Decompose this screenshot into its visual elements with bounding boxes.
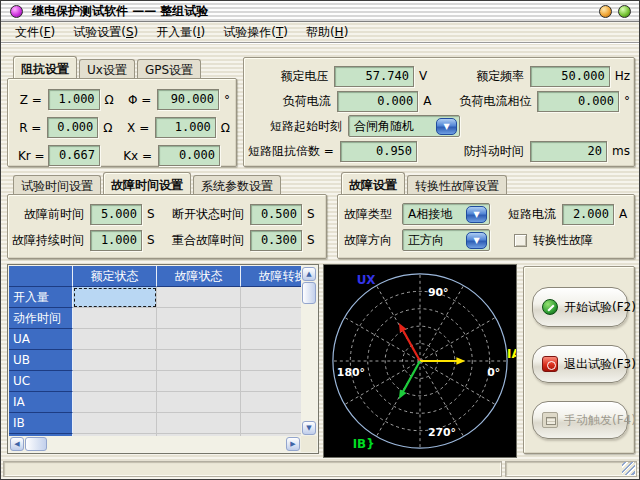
fault-direction-select[interactable]: 正方向 ▼ bbox=[402, 229, 490, 251]
fault-type-select[interactable]: A相接地 ▼ bbox=[402, 203, 490, 225]
scroll-right-icon[interactable]: ▶ bbox=[286, 437, 300, 451]
rated-frequency-input[interactable]: 50.000 bbox=[530, 66, 610, 87]
load-current-phase-input[interactable]: 0.000 bbox=[537, 91, 619, 112]
horizontal-scrollbar[interactable]: ◀ ▶ bbox=[9, 436, 301, 452]
minimize-button[interactable] bbox=[599, 5, 612, 18]
table-cell[interactable] bbox=[157, 413, 241, 434]
load-current-phase-label: 负荷电流相位 bbox=[440, 93, 537, 110]
rated-voltage-input[interactable]: 57.740 bbox=[334, 66, 414, 87]
row-header[interactable]: IA bbox=[9, 392, 73, 413]
angle-label: 180° bbox=[337, 366, 365, 379]
menu-file[interactable]: 文件(F) bbox=[6, 22, 64, 43]
tab-ux-settings[interactable]: Ux设置 bbox=[79, 59, 135, 78]
scroll-down-icon[interactable]: ▼ bbox=[302, 421, 316, 435]
exit-test-icon bbox=[542, 356, 558, 372]
table-cell[interactable] bbox=[73, 329, 157, 350]
z-input[interactable]: 1.000 bbox=[48, 89, 100, 110]
scroll-up-icon[interactable]: ▲ bbox=[302, 267, 316, 281]
menu-binary-input[interactable]: 开入量(I) bbox=[147, 22, 214, 43]
kr-input[interactable]: 0.667 bbox=[48, 145, 100, 166]
anti-shake-time-input[interactable]: 20 bbox=[530, 141, 607, 162]
exit-test-button[interactable]: 退出试验(F3) bbox=[532, 345, 628, 383]
resize-grip[interactable] bbox=[622, 462, 635, 475]
menu-help[interactable]: 帮助(H) bbox=[297, 22, 357, 43]
red-vector bbox=[402, 328, 420, 361]
start-test-button[interactable]: 开始试验(F2) bbox=[532, 287, 628, 327]
tab-system-param-settings[interactable]: 系统参数设置 bbox=[193, 175, 281, 194]
table-corner-cell bbox=[9, 266, 73, 287]
table-cell[interactable] bbox=[157, 371, 241, 392]
chevron-down-icon[interactable]: ▼ bbox=[466, 232, 487, 249]
row-header[interactable]: UC bbox=[9, 371, 73, 392]
yellow-vector-arrowhead bbox=[456, 357, 465, 365]
table-cell[interactable] bbox=[241, 350, 301, 371]
table-cell[interactable] bbox=[241, 392, 301, 413]
tab-gps-settings[interactable]: GPS设置 bbox=[137, 59, 201, 78]
table-cell[interactable] bbox=[241, 371, 301, 392]
window-title: 继电保护测试软件 —— 整组试验 bbox=[32, 3, 599, 20]
row-header[interactable]: UA bbox=[9, 329, 73, 350]
z-label: Z = bbox=[18, 93, 48, 107]
table-cell[interactable] bbox=[73, 350, 157, 371]
row-header[interactable]: 动作时间 bbox=[9, 308, 73, 329]
x-label: X = bbox=[120, 121, 155, 135]
table-cell[interactable] bbox=[241, 329, 301, 350]
impedance-multiple-input[interactable]: 0.950 bbox=[340, 141, 417, 162]
row-header[interactable]: UB bbox=[9, 350, 73, 371]
r-input[interactable]: 0.000 bbox=[47, 117, 98, 138]
table-cell[interactable] bbox=[73, 371, 157, 392]
start-test-icon bbox=[542, 299, 558, 315]
open-state-time-input[interactable]: 0.500 bbox=[250, 204, 302, 225]
manual-trigger-button[interactable]: 手动触发(F4) bbox=[532, 401, 628, 439]
tab-fault-time-settings[interactable]: 故障时间设置 bbox=[103, 172, 191, 194]
tab-convertible-fault-settings[interactable]: 转换性故障设置 bbox=[407, 175, 507, 194]
reclose-fault-time-input[interactable]: 0.300 bbox=[250, 230, 302, 251]
load-current-phase-unit: ° bbox=[619, 94, 630, 108]
table-cell[interactable] bbox=[73, 308, 157, 329]
table-cell[interactable] bbox=[241, 413, 301, 434]
row-header[interactable]: 开入量 bbox=[9, 287, 73, 308]
kr-label: Kr = bbox=[18, 149, 48, 163]
chevron-down-icon[interactable]: ▼ bbox=[436, 118, 457, 135]
table-cell[interactable] bbox=[73, 392, 157, 413]
pre-fault-time-input[interactable]: 5.000 bbox=[90, 204, 142, 225]
table-cell[interactable] bbox=[157, 287, 241, 308]
convertible-fault-checkbox[interactable] bbox=[514, 234, 527, 247]
convertible-fault-label: 转换性故障 bbox=[533, 232, 593, 249]
tab-impedance-settings[interactable]: 阻抗设置 bbox=[13, 56, 77, 78]
table-cell[interactable] bbox=[241, 287, 301, 308]
menu-test-settings[interactable]: 试验设置(S) bbox=[64, 22, 147, 43]
chevron-down-icon[interactable]: ▼ bbox=[466, 206, 487, 223]
close-button[interactable] bbox=[618, 5, 631, 18]
kx-input[interactable]: 0.000 bbox=[158, 145, 220, 166]
short-circuit-start-select[interactable]: 合闸角随机 ▼ bbox=[348, 115, 460, 137]
column-header: 额定状态 bbox=[73, 266, 157, 287]
table-cell[interactable] bbox=[157, 329, 241, 350]
app-icon bbox=[10, 5, 23, 18]
tab-fault-settings[interactable]: 故障设置 bbox=[341, 172, 405, 194]
short-circuit-current-label: 短路电流 bbox=[490, 206, 562, 223]
green-vector bbox=[402, 361, 420, 394]
fault-duration-input[interactable]: 1.000 bbox=[90, 230, 142, 251]
load-current-label: 负荷电流 bbox=[248, 93, 337, 110]
table-cell[interactable] bbox=[157, 350, 241, 371]
phasor-diagram: 90°180°270°0°UXIAIB} bbox=[323, 264, 517, 458]
menu-test-operation[interactable]: 试验操作(T) bbox=[214, 22, 297, 43]
title-bar[interactable]: 继电保护测试软件 —— 整组试验 bbox=[1, 1, 639, 22]
table-cell[interactable] bbox=[73, 287, 157, 308]
table-cell[interactable] bbox=[73, 413, 157, 434]
vertical-scroll-thumb[interactable] bbox=[302, 282, 316, 304]
scroll-left-icon[interactable]: ◀ bbox=[10, 437, 24, 451]
tab-test-time-settings[interactable]: 试验时间设置 bbox=[13, 175, 101, 194]
table-cell[interactable] bbox=[157, 392, 241, 413]
horizontal-scroll-thumb[interactable] bbox=[25, 437, 47, 451]
x-unit: Ω bbox=[216, 121, 230, 135]
load-current-input[interactable]: 0.000 bbox=[337, 91, 419, 112]
phi-input[interactable]: 90.000 bbox=[157, 89, 219, 110]
short-circuit-current-input[interactable]: 2.000 bbox=[562, 204, 614, 225]
vertical-scrollbar[interactable]: ▲ ▼ bbox=[301, 266, 317, 436]
x-input[interactable]: 1.000 bbox=[155, 117, 216, 138]
table-cell[interactable] bbox=[241, 308, 301, 329]
table-cell[interactable] bbox=[157, 308, 241, 329]
row-header[interactable]: IB bbox=[9, 413, 73, 434]
